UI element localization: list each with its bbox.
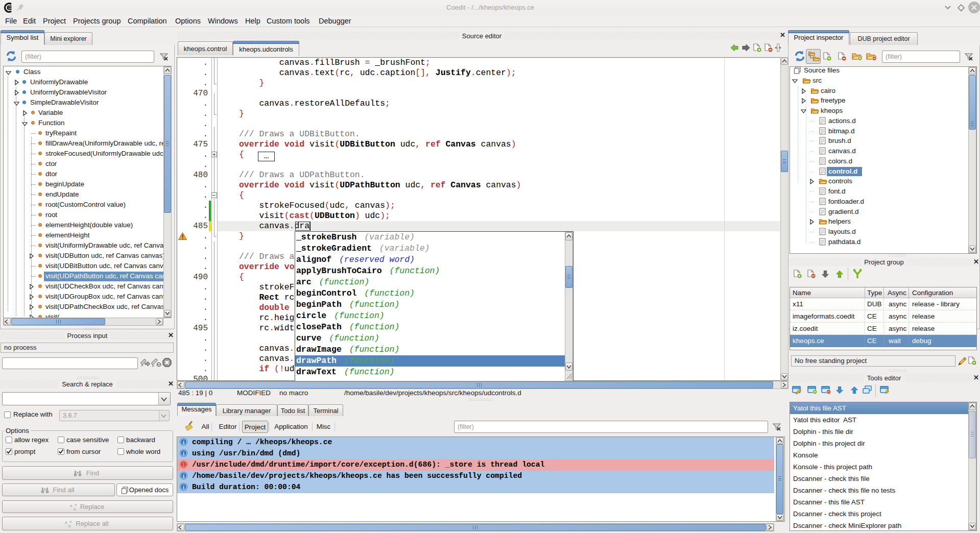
svg-text:a: a <box>70 503 73 508</box>
svg-text:a: a <box>65 520 67 525</box>
svg-text:b: b <box>74 507 76 512</box>
svg-text:b: b <box>68 524 71 528</box>
